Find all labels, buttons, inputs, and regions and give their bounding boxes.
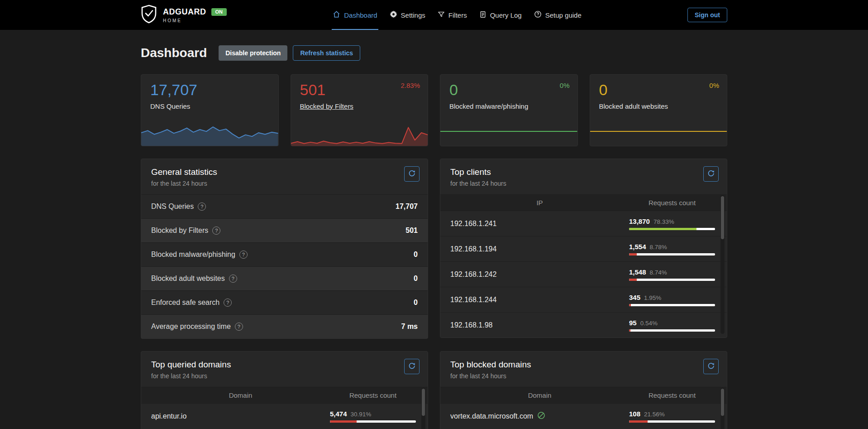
client-ip-link[interactable]: 192.168.1.194: [450, 245, 629, 253]
table-row: vortex.data.microsoft.com 108 21.56%: [440, 403, 727, 429]
scrollbar-track[interactable]: [421, 388, 425, 429]
help-icon[interactable]: ?: [212, 227, 220, 235]
progress-bar: [629, 279, 715, 281]
progress-bar-fill: [629, 253, 637, 255]
dns-queries-sparkline: [141, 120, 278, 146]
request-percent: 8.74%: [650, 269, 667, 276]
blocked-malware-label: Blocked malware/phishing: [449, 102, 528, 110]
refresh-icon: [707, 170, 715, 178]
disable-protection-button[interactable]: Disable protection: [219, 45, 287, 61]
progress-bar-fill: [629, 279, 637, 281]
top-blocked-table: vortex.data.microsoft.com 108 21.56%: [440, 403, 727, 429]
scrollbar-thumb[interactable]: [422, 389, 425, 416]
help-icon[interactable]: ?: [239, 251, 248, 259]
scrollbar-thumb[interactable]: [721, 389, 724, 416]
request-count: 345: [629, 294, 640, 301]
brand-subtitle: HOME: [163, 18, 227, 23]
request-percent: 0.54%: [640, 320, 658, 327]
stat-cards-row: 17,707 DNS Queries 2.83% 501 Blocked by …: [141, 74, 727, 146]
row-label: Blocked adult websites: [151, 275, 225, 283]
refresh-button[interactable]: [703, 166, 719, 182]
column-header-domain: Domain: [450, 391, 629, 399]
table-row: Blocked malware/phishing ? 0: [141, 242, 428, 266]
row-value: 7 ms: [401, 323, 418, 331]
nav-label: Setup guide: [545, 11, 582, 19]
requests-cell: 13,870 78.33%: [629, 217, 715, 230]
blocked-adult-label: Blocked adult websites: [599, 102, 668, 110]
question-circle-icon: [534, 10, 542, 19]
refresh-button[interactable]: [404, 166, 420, 182]
progress-bar: [629, 420, 715, 423]
blocked-adult-value: 0: [599, 82, 727, 98]
nav-item-setup-guide[interactable]: Setup guide: [534, 0, 582, 30]
client-ip-link[interactable]: 192.168.1.241: [450, 220, 629, 228]
card-title: Top blocked domains: [450, 360, 717, 370]
request-percent: 78.33%: [653, 218, 674, 225]
refresh-statistics-button[interactable]: Refresh statistics: [293, 45, 360, 61]
table-row: DNS Queries ? 17,707: [141, 194, 428, 218]
request-count: 1,548: [629, 268, 646, 276]
domain-link[interactable]: api.entur.io: [151, 412, 330, 420]
blocked-malware-percent-badge: 0%: [560, 82, 570, 89]
row-label: Average processing time: [151, 323, 231, 331]
column-header-requests: Requests count: [330, 391, 416, 399]
progress-bar-fill: [629, 329, 630, 332]
sign-out-button[interactable]: Sign out: [687, 8, 727, 22]
card-subtitle: for the last 24 hours: [450, 372, 717, 380]
main-nav: Dashboard Settings Filters: [333, 0, 582, 30]
nav-item-settings[interactable]: Settings: [390, 0, 425, 30]
adguard-home-logo[interactable]: ADGUARD ON HOME: [141, 5, 227, 25]
help-icon[interactable]: ?: [235, 323, 243, 331]
top-blocked-domains-card: Top blocked domains for the last 24 hour…: [440, 351, 727, 429]
requests-cell: 5,474 30.91%: [330, 410, 416, 423]
card-subtitle: for the last 24 hours: [151, 180, 418, 187]
protection-status-badge: ON: [211, 8, 227, 16]
table-row: 192.168.1.194 1,554 8.78%: [440, 236, 727, 261]
blocked-by-filters-card: 2.83% 501 Blocked by Filters: [291, 74, 429, 146]
help-icon[interactable]: ?: [229, 275, 237, 283]
scrollbar-track[interactable]: [720, 195, 725, 334]
row-label: Enforced safe search: [151, 299, 219, 307]
client-ip-link[interactable]: 192.168.1.242: [450, 270, 629, 279]
blocked-adult-percent-badge: 0%: [709, 82, 719, 89]
client-ip-link[interactable]: 192.168.1.244: [450, 296, 629, 304]
client-ip-link[interactable]: 192.168.1.98: [450, 321, 629, 329]
domain-link[interactable]: vortex.data.microsoft.com: [450, 411, 629, 421]
row-label: Blocked malware/phishing: [151, 251, 235, 259]
request-count: 13,870: [629, 217, 650, 225]
progress-bar-fill: [330, 420, 357, 423]
help-icon[interactable]: ?: [224, 299, 232, 307]
refresh-button[interactable]: [703, 359, 719, 374]
blocked-by-filters-link[interactable]: Blocked by Filters: [300, 102, 353, 110]
progress-bar: [629, 228, 715, 230]
table-row: 192.168.1.242 1,548 8.74%: [440, 261, 727, 287]
column-header-ip: IP: [450, 199, 629, 207]
request-count: 95: [629, 319, 637, 327]
unblock-circle-slash-icon[interactable]: [537, 411, 545, 421]
nav-item-query-log[interactable]: Query Log: [479, 0, 522, 30]
requests-cell: 345 1.95%: [629, 294, 715, 306]
refresh-button[interactable]: [404, 359, 420, 374]
help-icon[interactable]: ?: [198, 202, 206, 211]
row-value: 0: [414, 251, 418, 259]
row-value: 501: [405, 227, 418, 235]
funnel-icon: [438, 11, 445, 19]
scrollbar-track[interactable]: [720, 388, 725, 429]
row-value: 17,707: [396, 202, 418, 211]
page-title: Dashboard: [141, 46, 207, 60]
table-row: 192.168.1.241 13,870 78.33%: [440, 211, 727, 236]
refresh-icon: [408, 362, 415, 371]
request-count: 5,474: [330, 410, 347, 418]
nav-label: Query Log: [490, 11, 522, 19]
table-row: Blocked adult websites ? 0: [141, 266, 428, 290]
scrollbar-thumb[interactable]: [721, 196, 724, 239]
nav-item-filters[interactable]: Filters: [438, 0, 467, 30]
brand-name: ADGUARD: [163, 7, 206, 17]
request-count: 1,554: [629, 243, 646, 251]
row-value: 0: [414, 275, 418, 283]
request-percent: 30.91%: [351, 411, 372, 418]
top-clients-table: 192.168.1.241 13,870 78.33% 192.168.1.19…: [440, 211, 727, 337]
refresh-icon: [707, 362, 715, 371]
nav-item-dashboard[interactable]: Dashboard: [333, 0, 377, 30]
card-subtitle: for the last 24 hours: [151, 372, 418, 380]
